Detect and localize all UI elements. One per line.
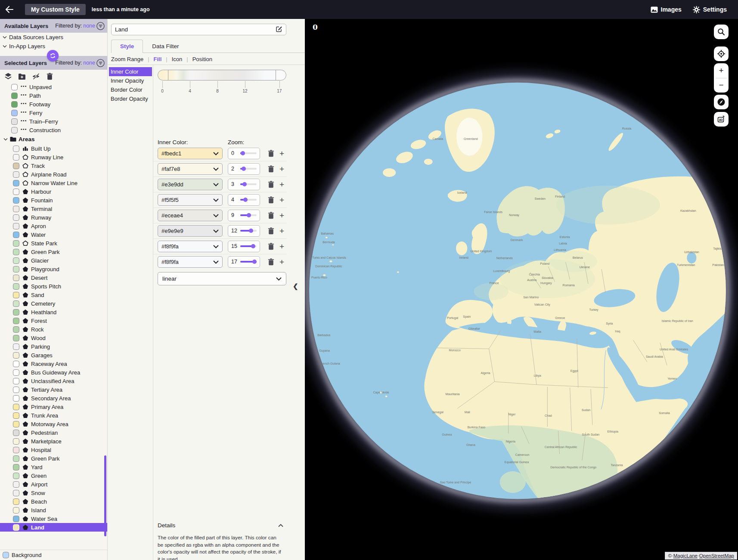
layer-checkbox[interactable] — [13, 421, 19, 427]
zoom-value-box[interactable]: 0 — [228, 148, 260, 159]
layer-checkbox[interactable] — [13, 335, 19, 341]
layer-checkbox[interactable] — [13, 266, 19, 272]
property-border-opacity[interactable]: Border Opacity — [109, 94, 152, 103]
layer-checkbox[interactable] — [13, 507, 19, 514]
layer-row-apron[interactable]: Apron — [0, 222, 107, 230]
layer-checkbox[interactable] — [13, 455, 19, 462]
layer-checkbox[interactable] — [13, 438, 19, 445]
zoom-slider[interactable] — [240, 151, 257, 155]
subtab-zoom-range[interactable]: Zoom Range — [111, 56, 143, 62]
sync-layers-button[interactable] — [47, 50, 59, 62]
zoom-in-button[interactable]: + — [714, 63, 729, 78]
layer-row-green-park[interactable]: Green Park — [0, 248, 107, 256]
layer-row-construction[interactable]: Construction — [0, 126, 107, 134]
zoom-value-box[interactable]: 2 — [228, 163, 260, 175]
filter-icon[interactable] — [96, 59, 105, 67]
layer-checkbox[interactable] — [13, 154, 19, 161]
selected-filter[interactable]: Filtered by: none — [55, 59, 105, 67]
layer-row-trunk-area[interactable]: Trunk Area — [0, 411, 107, 420]
layer-checkbox[interactable] — [13, 292, 19, 298]
zoom-out-button[interactable]: − — [714, 78, 729, 93]
zoom-value-box[interactable]: 15 — [228, 241, 260, 252]
tab-data-filter[interactable]: Data Filter — [143, 40, 188, 53]
globe-map-canvas[interactable]: CanadaGreenlandRussiaMongoliaIcelandSwed… — [305, 19, 738, 560]
layer-row-unpaved[interactable]: Unpaved — [0, 83, 107, 91]
layer-row-unclassified-area[interactable]: Unclassified Area — [0, 377, 107, 385]
layer-checkbox[interactable] — [11, 101, 18, 108]
delete-layers-icon[interactable] — [45, 72, 54, 80]
layer-checkbox[interactable] — [13, 206, 19, 212]
layer-row-sand[interactable]: Sand — [0, 291, 107, 299]
delete-stop-button[interactable] — [268, 181, 274, 188]
color-select[interactable]: #e9e9e9 — [158, 225, 223, 237]
available-filter[interactable]: Filtered by: none — [55, 22, 105, 30]
delete-stop-button[interactable] — [268, 212, 274, 219]
layer-checkbox[interactable] — [13, 412, 19, 419]
layer-row-cemetery[interactable]: Cemetery — [0, 299, 107, 308]
layer-checkbox[interactable] — [11, 118, 18, 125]
map-viewport[interactable]: CanadaGreenlandRussiaMongoliaIcelandSwed… — [305, 19, 738, 560]
layer-checkbox[interactable] — [13, 275, 19, 281]
chevron-up-icon[interactable] — [278, 522, 283, 529]
zoom-value-box[interactable]: 3 — [228, 179, 260, 190]
zoom-slider[interactable] — [240, 229, 257, 233]
zoom-value-box[interactable]: 12 — [228, 225, 260, 237]
style-title[interactable]: My Custom Style — [25, 4, 86, 15]
layer-checkbox[interactable] — [13, 283, 19, 290]
layer-row-harbour[interactable]: Harbour — [0, 187, 107, 196]
layer-checkbox[interactable] — [13, 524, 19, 531]
layer-checkbox[interactable] — [13, 257, 19, 264]
layer-checkbox[interactable] — [13, 498, 19, 505]
layer-row-water[interactable]: Water — [0, 230, 107, 239]
layer-checkbox[interactable] — [13, 490, 19, 496]
layer-row-built-up[interactable]: Built Up — [0, 144, 107, 153]
back-button[interactable] — [0, 0, 19, 19]
color-select[interactable]: #e3e9dd — [158, 179, 223, 190]
layer-checkbox[interactable] — [13, 180, 19, 186]
layer-checkbox[interactable] — [11, 110, 18, 116]
color-gradient-bar[interactable] — [158, 70, 286, 80]
property-inner-color[interactable]: Inner Color — [109, 67, 152, 76]
layer-checkbox[interactable] — [13, 249, 19, 255]
layer-row-runway-line[interactable]: Runway Line — [0, 153, 107, 161]
openstreetmap-link[interactable]: OpenStreetMap — [699, 553, 734, 558]
layer-checkbox[interactable] — [13, 300, 19, 307]
search-button[interactable] — [714, 25, 729, 39]
layer-checkbox[interactable] — [13, 447, 19, 453]
subtab-fill[interactable]: Fill — [154, 56, 162, 62]
layer-checkbox[interactable] — [13, 387, 19, 393]
layer-row-island[interactable]: Island — [0, 506, 107, 514]
add-stop-button[interactable]: + — [279, 258, 284, 266]
delete-stop-button[interactable] — [268, 243, 274, 250]
layer-row-marketplace[interactable]: Marketplace — [0, 437, 107, 446]
layer-row-green[interactable]: Green — [0, 471, 107, 480]
layer-checkbox[interactable] — [13, 240, 19, 247]
layer-checkbox[interactable] — [13, 232, 19, 238]
layer-name-input[interactable]: Land — [111, 24, 286, 35]
layer-row-airplane-road[interactable]: Airplane Road — [0, 170, 107, 179]
layer-checkbox[interactable] — [11, 127, 18, 133]
layer-row-background[interactable]: Background — [0, 550, 107, 560]
layer-row-train-ferry[interactable]: Train–Ferry — [0, 117, 107, 126]
layer-checkbox[interactable] — [3, 552, 9, 558]
layer-checkbox[interactable] — [13, 223, 19, 229]
layer-row-forest[interactable]: Forest — [0, 316, 107, 325]
layer-row-playground[interactable]: Playground — [0, 265, 107, 273]
layer-row-yard[interactable]: Yard — [0, 463, 107, 471]
add-folder-icon[interactable] — [18, 72, 26, 80]
settings-button[interactable]: Settings — [693, 6, 727, 13]
layer-checkbox[interactable] — [13, 404, 19, 410]
locate-button[interactable] — [714, 46, 729, 61]
layer-row-runway[interactable]: Runway — [0, 213, 107, 222]
layer-checkbox[interactable] — [13, 171, 19, 178]
sidebar-scrollbar[interactable] — [104, 455, 106, 536]
gradient-handle-right[interactable] — [276, 70, 286, 80]
layer-row-path[interactable]: Path — [0, 91, 107, 100]
layer-row-narrow-water-line[interactable]: Narrow Water Line — [0, 179, 107, 187]
add-stop-button[interactable]: + — [279, 149, 284, 158]
layer-row-bus-guideway-area[interactable]: Bus Guideway Area — [0, 368, 107, 377]
add-stop-button[interactable]: + — [279, 227, 284, 235]
layer-checkbox[interactable] — [13, 395, 19, 402]
layer-checkbox[interactable] — [13, 378, 19, 384]
add-stop-button[interactable]: + — [279, 180, 284, 189]
